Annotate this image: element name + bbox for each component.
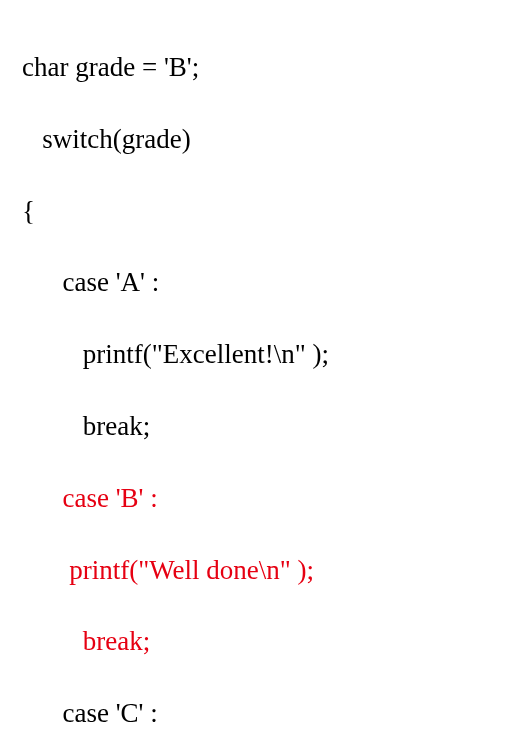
- code-line: case 'C' :: [22, 696, 510, 732]
- code-line-highlight: case 'B' :: [22, 481, 510, 517]
- code-snippet: char grade = 'B'; switch(grade) { case '…: [0, 0, 510, 746]
- code-line: switch(grade): [22, 122, 510, 158]
- code-line: case 'A' :: [22, 265, 510, 301]
- code-line: printf("Excellent!\n" );: [22, 337, 510, 373]
- code-line-highlight: printf("Well done\n" );: [22, 553, 510, 589]
- code-line: break;: [22, 409, 510, 445]
- code-line: {: [22, 194, 510, 230]
- code-line-highlight: break;: [22, 624, 510, 660]
- code-line: char grade = 'B';: [22, 50, 510, 86]
